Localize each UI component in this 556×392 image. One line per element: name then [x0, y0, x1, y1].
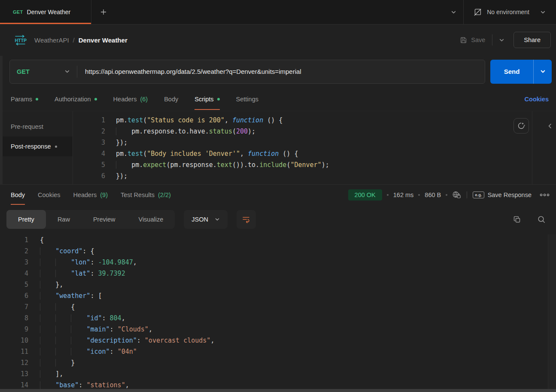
- breadcrumb-bar: HTTP WeatherAPI / Denver Weather Save Sh…: [0, 24, 556, 55]
- status-code-badge[interactable]: 200 OK: [348, 189, 382, 201]
- code-text: "id": 804,: [40, 313, 125, 324]
- response-tab-headers[interactable]: Headers(9): [73, 185, 108, 205]
- response-scrollbar[interactable]: [548, 234, 556, 389]
- chevron-down-icon: [540, 9, 546, 15]
- format-dropdown[interactable]: JSON: [184, 210, 228, 229]
- tab-title: Denver Weather: [27, 9, 71, 15]
- more-options-button[interactable]: [539, 193, 550, 197]
- url-builder: GET https://api.openweathermap.org/data/…: [9, 60, 485, 84]
- plus-icon: [100, 8, 107, 16]
- request-tab-body[interactable]: Body: [164, 88, 178, 111]
- tab-options-button[interactable]: [444, 0, 463, 24]
- scripts-sidebar: Pre-requestPost-response: [0, 111, 73, 184]
- script-code[interactable]: 1pm.test("Status code is 200", function …: [73, 115, 532, 182]
- line-number: 6: [73, 170, 105, 182]
- breadcrumb-collection[interactable]: WeatherAPI: [34, 36, 69, 44]
- request-tabs: ParamsAuthorizationHeaders(6)BodyScripts…: [0, 88, 556, 111]
- script-editor[interactable]: 1pm.test("Status code is 200", function …: [73, 111, 532, 184]
- code-line: 6});: [73, 170, 532, 182]
- code-line: 5 },: [0, 279, 548, 290]
- code-line: 4pm.test("Body includes 'Denver'", funct…: [73, 148, 532, 159]
- send-button[interactable]: Send: [490, 60, 533, 84]
- url-input[interactable]: https://api.openweathermap.org/data/2.5/…: [77, 68, 301, 75]
- open-request-tab[interactable]: GET Denver Weather: [0, 0, 91, 24]
- code-line: 7 {: [0, 301, 548, 313]
- code-text: pm.expect(pm.response.text()).to.include…: [116, 159, 329, 170]
- chevron-down-icon: [499, 37, 504, 43]
- line-number: 7: [0, 301, 28, 313]
- unsaved-dot: [55, 146, 57, 148]
- save-response-label: Save Response: [488, 191, 532, 198]
- environment-label: No environment: [487, 9, 529, 15]
- scripts-panel: Pre-requestPost-response 1pm.test("Statu…: [0, 111, 556, 184]
- code-text: pm.response.to.have.status(200);: [116, 126, 255, 137]
- save-label: Save: [471, 36, 485, 43]
- line-number: 9: [0, 324, 28, 335]
- line-number: 5: [0, 279, 28, 290]
- workspace-tab-bar: GET Denver Weather No environment: [0, 0, 556, 24]
- code-line: 5 pm.expect(pm.response.text()).to.inclu…: [73, 159, 532, 170]
- tab-label: Test Results: [121, 191, 155, 198]
- request-tab-settings[interactable]: Settings: [236, 88, 258, 111]
- request-tab-authorization[interactable]: Authorization: [55, 88, 97, 111]
- save-button[interactable]: Save: [456, 36, 489, 44]
- dot-separator: [418, 194, 420, 196]
- request-tab-scripts[interactable]: Scripts: [194, 88, 219, 111]
- chevron-down-icon: [215, 217, 220, 222]
- postbot-icon: [517, 122, 526, 130]
- chevron-down-icon: [64, 69, 70, 74]
- save-options-button[interactable]: [495, 37, 508, 43]
- request-tab-params[interactable]: Params: [11, 88, 38, 111]
- code-line: 13 ],: [0, 368, 548, 380]
- search-button[interactable]: [537, 215, 546, 224]
- view-tab-visualize[interactable]: Visualize: [127, 210, 175, 229]
- save-response-button[interactable]: e.g. Save Response: [473, 191, 532, 198]
- horizontal-scrollbar[interactable]: [0, 389, 556, 392]
- line-number: 3: [0, 257, 28, 268]
- code-line: 3 "lon": -104.9847,: [0, 257, 548, 268]
- tab-status-dot: [94, 98, 97, 100]
- method-label: GET: [17, 68, 30, 75]
- tab-count: (9): [100, 191, 108, 198]
- code-text: });: [116, 170, 128, 182]
- line-number: 3: [73, 137, 105, 148]
- code-line: 9 "main": "Clouds",: [0, 324, 548, 335]
- code-line: 14 "base": "stations",: [0, 380, 548, 389]
- request-tab-headers[interactable]: Headers(6): [113, 88, 148, 111]
- response-tab-cookies[interactable]: Cookies: [38, 185, 60, 205]
- code-text: "lon": -104.9847,: [40, 257, 137, 268]
- code-line: 4 "lat": 39.7392: [0, 268, 548, 279]
- copy-button[interactable]: [513, 215, 521, 224]
- collapse-panel-button[interactable]: [547, 123, 553, 129]
- wrap-lines-button[interactable]: [237, 210, 256, 229]
- editor-right-rail: [532, 111, 556, 184]
- environment-selector[interactable]: No environment: [463, 0, 556, 24]
- response-tab-test-results[interactable]: Test Results(2/2): [121, 185, 171, 205]
- view-tab-raw[interactable]: Raw: [46, 210, 82, 229]
- sidebar-item-post-response[interactable]: Post-response: [0, 137, 73, 156]
- response-status-group: 200 OK 162 ms 860 B e.g. Save Response: [348, 189, 556, 201]
- send-options-button[interactable]: [534, 60, 552, 84]
- view-tab-preview[interactable]: Preview: [82, 210, 127, 229]
- sidebar-item-pre-request[interactable]: Pre-request: [0, 117, 73, 137]
- share-button[interactable]: Share: [513, 32, 551, 48]
- response-code[interactable]: 1{2 "coord": {3 "lon": -104.9847,4 "lat"…: [0, 234, 548, 389]
- method-dropdown[interactable]: GET: [10, 68, 77, 75]
- code-text: "coord": {: [40, 246, 94, 257]
- breadcrumb-actions: Save Share: [456, 32, 551, 48]
- code-line: 2 "coord": {: [0, 246, 548, 257]
- code-text: "icon": "04n": [40, 346, 137, 357]
- response-tab-body[interactable]: Body: [11, 185, 25, 205]
- cookies-link[interactable]: Cookies: [525, 96, 556, 103]
- breadcrumb-separator: /: [73, 36, 75, 44]
- new-tab-button[interactable]: [91, 0, 115, 24]
- line-number: 4: [0, 268, 28, 279]
- view-tab-pretty[interactable]: Pretty: [6, 210, 46, 229]
- postbot-button[interactable]: [513, 118, 529, 134]
- request-url-row: GET https://api.openweathermap.org/data/…: [0, 55, 556, 88]
- tab-label: Body: [164, 96, 178, 103]
- code-line: 1pm.test("Status code is 200", function …: [73, 115, 532, 126]
- line-number: 11: [0, 346, 28, 357]
- line-number: 13: [0, 368, 28, 380]
- dot-separator: [387, 194, 389, 196]
